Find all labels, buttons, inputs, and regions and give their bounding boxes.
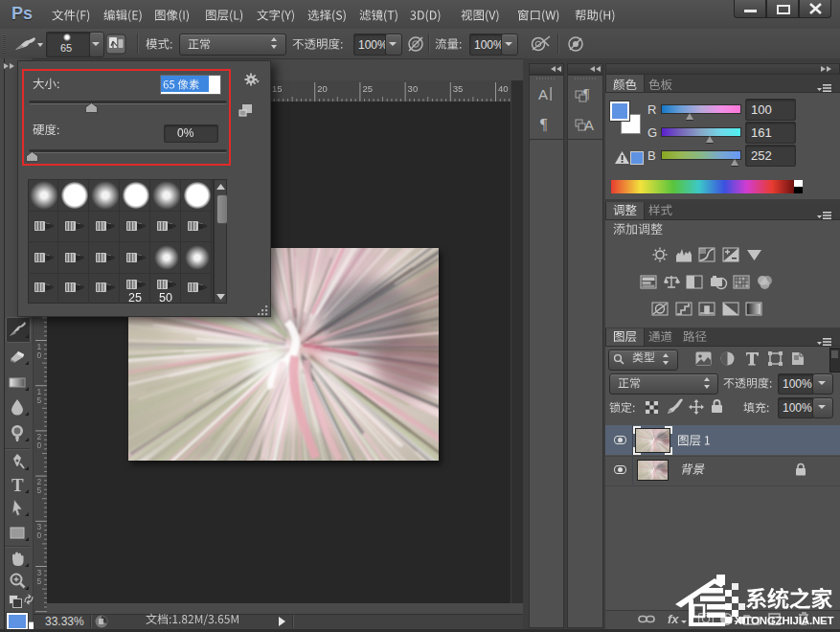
svg-text:¶: ¶	[583, 87, 590, 102]
svg-text:25: 25	[362, 83, 373, 94]
svg-text:20: 20	[317, 83, 328, 94]
svg-text:0: 0	[37, 530, 42, 540]
svg-text:35: 35	[453, 83, 464, 94]
svg-text:5: 5	[37, 395, 42, 405]
svg-text:A: A	[584, 117, 594, 133]
svg-text:5: 5	[37, 576, 42, 586]
svg-text:0: 0	[37, 350, 42, 360]
svg-text:T: T	[11, 475, 24, 494]
svg-text:30: 30	[408, 83, 419, 94]
svg-text:XITONGZHIJIA.NET: XITONGZHIJIA.NET	[735, 615, 833, 626]
svg-text:¶: ¶	[540, 116, 548, 132]
svg-text:15: 15	[272, 83, 283, 94]
svg-text:0: 0	[37, 440, 42, 450]
svg-text:5: 5	[37, 485, 42, 495]
svg-text:40: 40	[498, 83, 509, 94]
svg-text:A: A	[538, 86, 548, 102]
